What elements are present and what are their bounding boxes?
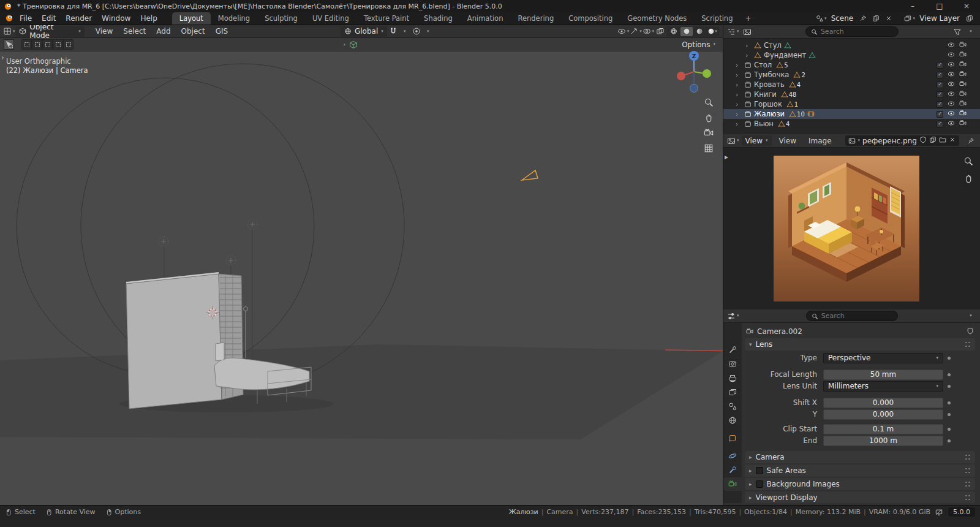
render-toggle[interactable]: [959, 100, 967, 109]
item-name[interactable]: Книги: [754, 90, 777, 99]
exclude-checkbox[interactable]: ✓: [937, 72, 943, 78]
expand-arrow[interactable]: ›: [736, 110, 742, 118]
item-name[interactable]: Вьюн: [754, 119, 774, 128]
editor-type-button[interactable]: ▾: [727, 135, 739, 146]
expand-arrow[interactable]: ›: [736, 71, 742, 79]
tab-tool[interactable]: [723, 343, 742, 357]
background-images-checkbox[interactable]: [756, 480, 763, 488]
animate-dot[interactable]: [948, 357, 951, 360]
render-toggle[interactable]: [959, 51, 967, 60]
tab-constraints[interactable]: [723, 463, 742, 477]
menu-add[interactable]: Add: [151, 27, 175, 36]
tab-world[interactable]: [723, 414, 742, 427]
item-name[interactable]: Тумбочка: [754, 70, 789, 79]
expand-region-arrow[interactable]: ▸: [725, 153, 728, 161]
safe-areas-checkbox[interactable]: [756, 467, 763, 474]
item-name[interactable]: Стул: [764, 41, 782, 50]
browse-scene-button[interactable]: ▾: [816, 13, 827, 24]
tab-texture-paint[interactable]: Texture Paint: [356, 12, 417, 25]
search-input[interactable]: [821, 28, 893, 36]
hide-toggle[interactable]: [948, 90, 955, 99]
menu-help[interactable]: Help: [135, 12, 162, 25]
animate-dot[interactable]: [948, 373, 951, 376]
menu-gis[interactable]: GIS: [211, 27, 233, 36]
unlink-image-button[interactable]: [949, 136, 956, 145]
lens-panel-header[interactable]: ▾ Lens: [745, 338, 975, 351]
animate-dot[interactable]: [948, 428, 951, 431]
viewport-display-panel-header[interactable]: ▸ Viewport Display: [745, 491, 975, 503]
drag-dots-icon[interactable]: [965, 480, 971, 488]
outliner-row[interactable]: › Фундамент: [723, 50, 980, 60]
orientation-dropdown[interactable]: Global▾: [341, 26, 387, 37]
search-input[interactable]: [821, 312, 892, 320]
outliner-row[interactable]: › Книги 48 ✓: [723, 89, 980, 99]
type-dropdown[interactable]: Perspective▾: [823, 353, 943, 363]
pin-id-button[interactable]: [967, 327, 974, 336]
scene-name[interactable]: Scene: [829, 14, 856, 23]
menu-image[interactable]: Image: [804, 137, 837, 145]
gizmo-y-axis[interactable]: [703, 69, 711, 78]
drag-dots-icon[interactable]: [965, 494, 971, 501]
render-toggle[interactable]: [959, 70, 967, 80]
render-toggle[interactable]: [959, 90, 967, 99]
outliner-row[interactable]: › Горшок 1 ✓: [723, 99, 980, 109]
tab-physics[interactable]: [723, 449, 742, 463]
outliner-row[interactable]: › Тумбочка 2 ✓: [723, 70, 980, 80]
tab-scripting[interactable]: Scripting: [694, 12, 740, 25]
editor-type-button[interactable]: ▾: [727, 311, 739, 322]
exclude-checkbox[interactable]: ✓: [937, 121, 943, 127]
shift-x-field[interactable]: 0.000: [823, 398, 943, 408]
hide-toggle[interactable]: [948, 100, 955, 109]
outliner-row[interactable]: › Кровать 4 ✓: [723, 80, 980, 89]
add-workspace-button[interactable]: +: [740, 12, 756, 25]
tab-layout[interactable]: Layout: [172, 12, 211, 25]
proportional-editing-toggle[interactable]: [411, 26, 422, 37]
hide-toggle[interactable]: [948, 51, 955, 60]
expand-arrow[interactable]: ›: [736, 61, 742, 69]
item-name[interactable]: Горшок: [754, 100, 782, 108]
hide-toggle[interactable]: [948, 119, 955, 129]
hide-toggle[interactable]: [948, 70, 955, 80]
render-toggle[interactable]: [959, 119, 967, 129]
tab-output[interactable]: [723, 371, 742, 385]
new-view-layer-button[interactable]: [964, 13, 975, 24]
new-scene-button[interactable]: [870, 13, 881, 24]
drag-dots-icon[interactable]: [965, 341, 971, 348]
shading-solid-button[interactable]: [680, 27, 693, 36]
expand-arrow[interactable]: ›: [736, 91, 742, 99]
editor-type-button[interactable]: ▾: [3, 26, 15, 37]
item-name[interactable]: Кровать: [754, 80, 785, 89]
expand-arrow[interactable]: ›: [745, 42, 752, 50]
snap-toggle[interactable]: [388, 26, 399, 37]
object-visibility-dropdown[interactable]: ▾: [617, 26, 629, 37]
outliner-row[interactable]: › Вьюн 4 ✓: [723, 119, 980, 129]
menu-file[interactable]: File: [15, 12, 37, 25]
hide-toggle[interactable]: [948, 80, 955, 89]
snap-settings-dropdown[interactable]: ▾: [399, 26, 410, 37]
tab-object[interactable]: [723, 431, 742, 445]
display-mode-button[interactable]: [742, 26, 753, 37]
select-extend-button[interactable]: [32, 39, 42, 50]
expand-arrow[interactable]: ›: [736, 100, 742, 108]
ortho-toggle-button[interactable]: [702, 142, 715, 154]
exclude-checkbox[interactable]: ✓: [937, 62, 943, 69]
open-image-button[interactable]: [939, 136, 946, 145]
outliner-row[interactable]: › Стул: [723, 40, 980, 50]
focal-length-field[interactable]: 50 mm: [823, 370, 943, 380]
properties-options-button[interactable]: ▾: [965, 311, 976, 322]
exclude-checkbox[interactable]: ✓: [937, 82, 943, 88]
select-set-button[interactable]: [21, 39, 32, 50]
gizmo-x-axis[interactable]: [677, 72, 685, 80]
shading-wireframe-button[interactable]: [668, 27, 680, 36]
menu-object[interactable]: Object: [176, 27, 210, 36]
gizmos-dropdown[interactable]: ▾: [630, 26, 641, 37]
close-button[interactable]: ×: [953, 0, 980, 12]
outliner-row-selected[interactable]: › Жалюзи 10 ✓: [723, 109, 980, 119]
hide-toggle[interactable]: [948, 41, 955, 50]
item-name[interactable]: Жалюзи: [754, 110, 785, 118]
outliner-options-button[interactable]: ▾: [965, 26, 976, 37]
active-tool-button[interactable]: [4, 39, 14, 50]
unlink-scene-button[interactable]: [883, 13, 894, 24]
render-toggle[interactable]: [959, 110, 967, 119]
falloff-dropdown[interactable]: ▾: [423, 26, 434, 37]
